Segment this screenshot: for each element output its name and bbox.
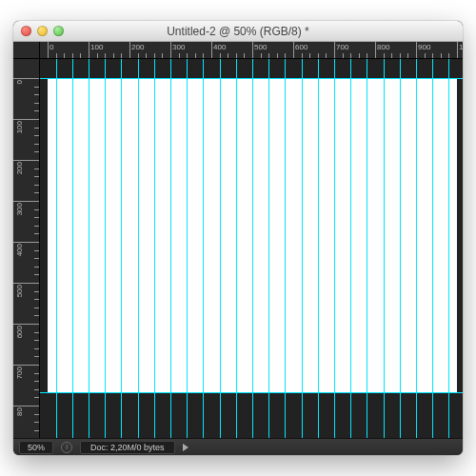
vertical-guide[interactable] [350,59,351,438]
vertical-guide[interactable] [170,59,171,438]
vertical-ruler[interactable]: 010020030040050060070080 [13,59,40,438]
ruler-tick [334,42,335,58]
document-window: Untitled-2 @ 50% (RGB/8) * 0100200300400… [13,21,463,455]
vertical-guide[interactable] [138,59,139,438]
horizontal-ruler[interactable]: 01002003004005006007008009001000 [40,42,463,59]
titlebar[interactable]: Untitled-2 @ 50% (RGB/8) * [13,21,463,42]
vertical-guide[interactable] [302,59,303,438]
ruler-label: 600 [295,43,307,51]
ruler-label: 0 [50,43,53,51]
ruler-label: 1000 [459,43,463,51]
ruler-tick [170,42,171,58]
ruler-label: 200 [131,43,144,51]
ruler-tick [375,42,376,58]
vertical-guide[interactable] [318,59,319,438]
ruler-label: 0 [15,80,24,84]
ruler-tick [211,42,212,58]
vertical-guide[interactable] [56,59,57,438]
vertical-guide[interactable] [72,59,73,438]
vertical-guide[interactable] [432,59,433,438]
ruler-label: 100 [90,43,103,51]
ruler-label: 600 [15,326,24,338]
ruler-tick [252,42,253,58]
ruler-origin[interactable] [13,42,40,59]
vertical-guide[interactable] [187,59,188,438]
vertical-guide[interactable] [334,59,335,438]
ruler-label: 700 [336,43,348,51]
ruler-label: 500 [254,43,267,51]
doc-size-info[interactable]: Doc: 2,20M/0 bytes [80,441,175,454]
ruler-label: 200 [15,162,24,174]
vertical-guide[interactable] [416,59,417,438]
status-bar: 50% i Doc: 2,20M/0 bytes [13,438,463,455]
vertical-guide[interactable] [105,59,106,438]
ruler-label: 900 [418,43,430,51]
info-icon[interactable]: i [61,442,72,453]
ruler-label: 800 [377,43,389,51]
vertical-guide[interactable] [154,59,155,438]
workspace: 01002003004005006007008009001000 0100200… [13,42,463,438]
ruler-tick [293,42,294,58]
vertical-guide[interactable] [252,59,253,438]
vertical-guide[interactable] [220,59,221,438]
vertical-guide[interactable] [236,59,237,438]
ruler-label: 300 [15,203,24,215]
ruler-label: 700 [15,367,24,379]
horizontal-guide[interactable] [40,392,463,393]
ruler-label: 100 [15,121,24,133]
zoom-level[interactable]: 50% [19,441,53,454]
window-title: Untitled-2 @ 50% (RGB/8) * [13,25,463,38]
vertical-guide[interactable] [367,59,367,438]
ruler-label: 400 [213,43,226,51]
ruler-label: 80 [15,407,24,416]
ruler-label: 400 [15,244,24,256]
horizontal-guide[interactable] [40,78,463,79]
vertical-guide[interactable] [384,59,385,438]
ruler-tick [457,42,458,58]
flyout-arrow-icon[interactable] [183,444,188,451]
ruler-label: 500 [15,285,24,297]
vertical-guide[interactable] [203,59,204,438]
vertical-guide[interactable] [285,59,286,438]
ruler-label: 300 [172,43,185,51]
ruler-tick [89,42,89,58]
vertical-guide[interactable] [268,59,269,438]
ruler-tick [48,42,49,58]
vertical-guide[interactable] [400,59,401,438]
vertical-guide[interactable] [121,59,122,438]
vertical-guide[interactable] [89,59,89,438]
ruler-tick [416,42,417,58]
canvas-viewport[interactable] [40,59,463,438]
vertical-guide[interactable] [448,59,449,438]
ruler-tick [129,42,130,58]
